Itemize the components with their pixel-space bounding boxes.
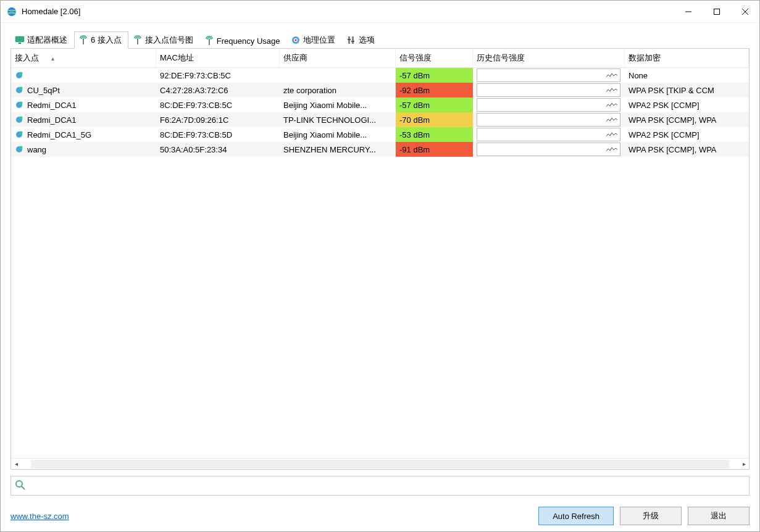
scroll-track[interactable] <box>31 460 729 468</box>
vendor: Beijing Xiaomi Mobile... <box>280 127 396 142</box>
content-area: 适配器概述6 接入点接入点信号图Frequency Usage地理位置选项 接入… <box>1 23 759 501</box>
encryption: WPA2 PSK [CCMP] <box>625 98 749 112</box>
mac-address: 92:DE:F9:73:CB:5C <box>156 68 280 83</box>
close-button[interactable] <box>731 1 759 22</box>
tab-2[interactable]: 接入点信号图 <box>128 31 200 49</box>
svg-rect-7 <box>19 43 21 44</box>
table-row[interactable]: CU_5qPtC4:27:28:A3:72:C6zte corporation-… <box>11 83 749 98</box>
website-link[interactable]: www.the-sz.com <box>10 512 69 521</box>
svg-point-29 <box>20 146 23 149</box>
upgrade-button[interactable]: 升级 <box>620 507 682 525</box>
column-header-4[interactable]: 历史信号强度 <box>473 49 625 67</box>
titlebar[interactable]: Homedale [2.06] <box>1 1 759 23</box>
window-controls <box>674 1 759 22</box>
signal-strength: -57 dBm <box>396 68 473 83</box>
wifi-ap-icon <box>15 101 23 109</box>
vendor: SHENZHEN MERCURY... <box>280 142 396 157</box>
tab-3[interactable]: Frequency Usage <box>200 33 287 49</box>
antenna-icon <box>133 35 143 45</box>
ap-name: Redmi_DCA1_5G <box>27 130 91 139</box>
encryption: None <box>625 68 749 83</box>
tab-0[interactable]: 适配器概述 <box>10 31 74 49</box>
scroll-left-button[interactable]: ◂ <box>11 459 21 469</box>
svg-rect-15 <box>352 36 354 44</box>
tab-4[interactable]: 地理位置 <box>286 31 342 49</box>
table-row[interactable]: wang50:3A:A0:5F:23:34SHENZHEN MERCURY...… <box>11 142 749 157</box>
search-box[interactable] <box>10 476 750 496</box>
column-header-2[interactable]: 供应商 <box>280 49 396 67</box>
table-row[interactable]: Redmi_DCA18C:DE:F9:73:CB:5CBeijing Xiaom… <box>11 98 749 112</box>
wifi-ap-icon <box>15 115 23 124</box>
svg-line-31 <box>22 486 25 489</box>
wifi-ap-icon <box>15 145 23 154</box>
app-icon <box>7 7 17 17</box>
tools-icon <box>346 35 356 45</box>
svg-point-19 <box>20 72 23 75</box>
table-row[interactable]: Redmi_DCA1F6:2A:7D:09:26:1CTP-LINK TECHN… <box>11 112 749 127</box>
column-header-1[interactable]: MAC地址 <box>156 49 280 67</box>
svg-point-23 <box>20 102 23 105</box>
main-panel: 接入点▴MAC地址供应商信号强度历史信号强度数据加密 92:DE:F9:73:C… <box>10 48 750 470</box>
signal-history <box>473 127 625 142</box>
svg-rect-17 <box>351 41 354 42</box>
svg-point-27 <box>20 131 23 135</box>
svg-point-25 <box>20 117 23 120</box>
wifi-ap-icon <box>15 130 23 139</box>
wifi-ap-icon <box>15 71 23 80</box>
signal-history <box>473 142 625 157</box>
signal-strength: -70 dBm <box>396 112 473 127</box>
ap-name: CU_5qPt <box>27 86 60 95</box>
tab-bar: 适配器概述6 接入点接入点信号图Frequency Usage地理位置选项 <box>10 31 750 49</box>
signal-history <box>473 98 625 112</box>
footer: www.the-sz.com Auto Refresh 升级 退出 <box>1 501 759 531</box>
auto-refresh-button[interactable]: Auto Refresh <box>538 507 614 525</box>
monitor-icon <box>15 35 25 45</box>
signal-strength: -91 dBm <box>396 142 473 157</box>
window-title: Homedale [2.06] <box>22 7 674 16</box>
mac-address: 8C:DE:F9:73:CB:5D <box>156 127 280 142</box>
svg-point-0 <box>7 7 16 16</box>
ap-name: wang <box>27 145 46 154</box>
mac-address: C4:27:28:A3:72:C6 <box>156 83 280 98</box>
signal-history <box>473 112 625 127</box>
encryption: WPA PSK [CCMP], WPA <box>625 142 749 157</box>
vendor <box>280 68 396 83</box>
tab-label: 地理位置 <box>303 35 335 46</box>
signal-strength: -53 dBm <box>396 127 473 142</box>
column-header-5[interactable]: 数据加密 <box>625 49 749 67</box>
encryption: WPA PSK [CCMP], WPA <box>625 112 749 127</box>
table-row[interactable]: Redmi_DCA1_5G8C:DE:F9:73:CB:5DBeijing Xi… <box>11 127 749 142</box>
svg-rect-6 <box>15 36 24 42</box>
ap-name: Redmi_DCA1 <box>27 101 76 110</box>
svg-point-21 <box>20 87 23 90</box>
scroll-right-button[interactable]: ▸ <box>739 459 749 469</box>
antenna-icon <box>78 35 88 45</box>
signal-strength: -57 dBm <box>396 98 473 112</box>
signal-strength: -92 dBm <box>396 83 473 98</box>
tab-label: 适配器概述 <box>27 35 67 46</box>
mac-address: 8C:DE:F9:73:CB:5C <box>156 98 280 112</box>
mac-address: 50:3A:A0:5F:23:34 <box>156 142 280 157</box>
column-header-3[interactable]: 信号强度 <box>396 49 473 67</box>
svg-point-13 <box>295 39 297 41</box>
table-row[interactable]: 92:DE:F9:73:CB:5C-57 dBmNone <box>11 68 749 83</box>
horizontal-scrollbar[interactable]: ◂ ▸ <box>11 458 749 469</box>
encryption: WPA2 PSK [CCMP] <box>625 127 749 142</box>
vendor: Beijing Xiaomi Mobile... <box>280 98 396 112</box>
column-header-0[interactable]: 接入点▴ <box>11 49 156 67</box>
tab-label: 接入点信号图 <box>145 35 193 46</box>
vendor: zte corporation <box>280 83 396 98</box>
svg-rect-16 <box>348 39 351 40</box>
grid-body: 92:DE:F9:73:CB:5C-57 dBmNoneCU_5qPtC4:27… <box>11 68 749 458</box>
svg-point-30 <box>16 481 22 487</box>
maximize-button[interactable] <box>703 1 731 22</box>
tab-1[interactable]: 6 接入点 <box>74 31 128 49</box>
ap-grid: 接入点▴MAC地址供应商信号强度历史信号强度数据加密 92:DE:F9:73:C… <box>11 49 749 469</box>
search-input[interactable] <box>28 481 745 491</box>
signal-history <box>473 68 625 83</box>
svg-rect-3 <box>714 9 720 14</box>
exit-button[interactable]: 退出 <box>688 507 750 525</box>
tab-label: 6 接入点 <box>91 35 122 46</box>
minimize-button[interactable] <box>674 1 703 22</box>
tab-5[interactable]: 选项 <box>342 31 382 49</box>
